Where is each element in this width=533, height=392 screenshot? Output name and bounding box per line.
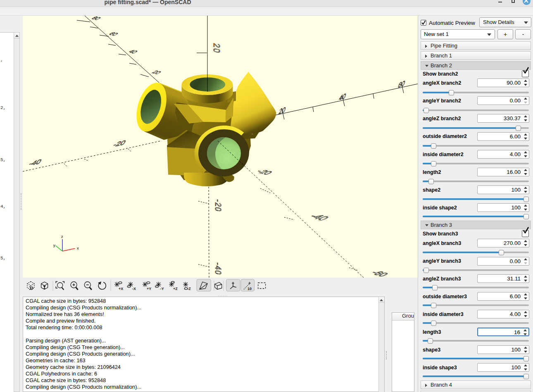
- svg-text:-Y: -Y: [160, 287, 164, 291]
- svg-text:-20: -20: [214, 199, 223, 213]
- svg-text:60: 60: [107, 31, 120, 36]
- svg-text:60: 60: [397, 79, 406, 90]
- svg-text:-40: -40: [307, 212, 331, 222]
- svg-text:20: 20: [278, 105, 287, 116]
- svg-text:80: 80: [90, 16, 103, 21]
- svg-text:+Y: +Y: [147, 287, 151, 291]
- svg-text:-20: -20: [255, 168, 275, 176]
- svg-text:20: 20: [150, 69, 163, 75]
- svg-text:-40: -40: [214, 262, 223, 276]
- svg-text:40: 40: [127, 49, 140, 54]
- svg-text:x: x: [77, 246, 79, 250]
- svg-text:-X: -X: [132, 287, 136, 291]
- svg-text:-20: -20: [112, 139, 127, 148]
- svg-text:+X: +X: [119, 287, 123, 291]
- svg-text:-60: -60: [369, 269, 391, 278]
- svg-text:+Z: +Z: [173, 287, 178, 291]
- svg-text:-Z: -Z: [187, 287, 191, 291]
- svg-text:40: 40: [338, 92, 347, 102]
- svg-text:z: z: [61, 234, 63, 239]
- svg-text:-40: -40: [27, 158, 43, 167]
- svg-text:10: 10: [247, 287, 252, 291]
- svg-text:20: 20: [212, 43, 222, 54]
- svg-text:y: y: [53, 243, 55, 247]
